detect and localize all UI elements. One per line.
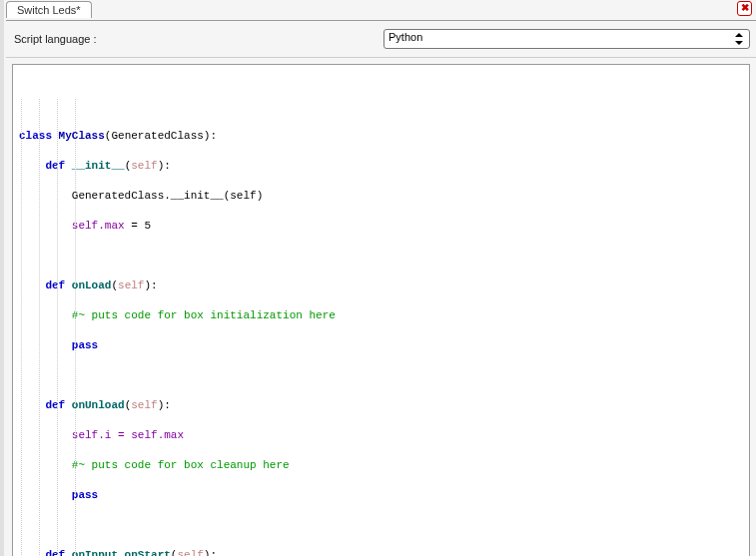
code-line: GeneratedClass.__init__(self) bbox=[17, 189, 745, 204]
code-line: pass bbox=[17, 488, 745, 503]
code-line bbox=[17, 368, 745, 383]
tab-switch-leds[interactable]: Switch Leds* bbox=[6, 1, 92, 18]
code-editor[interactable]: class MyClass(GeneratedClass): def __ini… bbox=[12, 64, 750, 556]
script-language-label: Script language : bbox=[14, 33, 383, 45]
code-line: self.i = self.max bbox=[17, 428, 745, 443]
code-line bbox=[17, 518, 745, 533]
tab-title: Switch Leds* bbox=[17, 4, 81, 16]
code-line bbox=[17, 249, 745, 264]
language-row: Script language : Python bbox=[6, 21, 756, 58]
code-line: #~ puts code for box initialization here bbox=[17, 308, 745, 323]
script-language-select[interactable]: Python bbox=[383, 29, 750, 49]
tab-strip: Switch Leds* ✖ bbox=[6, 0, 756, 20]
code-line: def onUnload(self): bbox=[17, 398, 745, 413]
code-line: class MyClass(GeneratedClass): bbox=[17, 129, 745, 144]
code-line: self.max = 5 bbox=[17, 219, 745, 234]
code-line: def onLoad(self): bbox=[17, 278, 745, 293]
code-line: pass bbox=[17, 338, 745, 353]
code-line: def __init__(self): bbox=[17, 159, 745, 174]
close-icon[interactable]: ✖ bbox=[737, 1, 752, 16]
code-line: #~ puts code for box cleanup here bbox=[17, 458, 745, 473]
script-language-value: Python bbox=[388, 31, 422, 43]
code-line: def onInput_onStart(self): bbox=[17, 548, 745, 556]
